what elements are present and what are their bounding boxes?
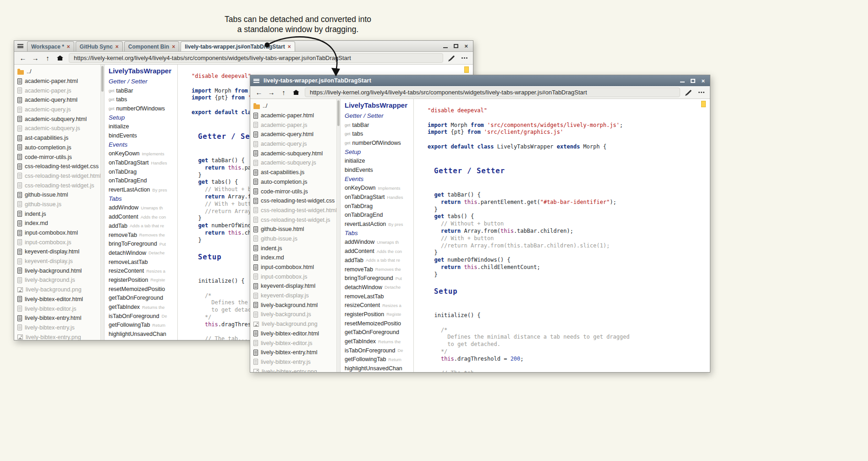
outline-method[interactable]: revertLastActionBy pres [109,185,177,194]
url-input[interactable]: https://lively-kernel.org/lively4/lively… [69,53,443,63]
more-button[interactable] [696,88,707,98]
outline-method[interactable]: isTabOnForegroundDe [345,346,413,355]
outline-method[interactable]: revertLastActionBy pres [345,220,413,229]
file-item[interactable]: ../ [17,67,100,77]
outline-method[interactable]: resetMemoizedPositio [345,319,413,328]
outline-method[interactable]: addContentAdds the con [109,212,177,221]
file-item[interactable]: github-issue.js [253,234,336,244]
outline-method[interactable]: detachWindowDetache [345,283,413,292]
forward-button[interactable]: → [30,53,41,63]
scrollbar-thumb[interactable] [101,66,104,92]
file-item[interactable]: ../ [253,101,336,111]
file-item[interactable]: lively-background.html [253,300,336,310]
file-item[interactable]: code-mirror-utils.js [253,187,336,196]
file-item[interactable]: lively-bibtex-entry.js [17,323,100,333]
file-item[interactable]: input-combobox.html [253,263,336,272]
file-item[interactable]: css-reloading-test-widget.html [253,206,336,215]
outline-method[interactable]: onTabDrag [345,202,413,211]
outline-method[interactable]: removeLastTab [345,292,413,301]
outline-method[interactable]: highlightUnsavedChan [345,364,413,372]
home-button[interactable] [291,88,302,98]
url-input[interactable]: https://lively-kernel.org/lively4/lively… [305,88,680,97]
file-item[interactable]: lively-bibtex-entry.html [253,348,336,357]
file-item[interactable]: indent.js [17,209,100,219]
close-button[interactable]: × [464,43,468,49]
outline-method[interactable]: gettabBar [109,86,177,95]
outline-method[interactable]: removeTabRemoves the [345,265,413,274]
file-item[interactable]: input-combobox.js [253,272,336,281]
file-item[interactable]: css-reloading-test-widget.js [253,215,336,225]
outline-method[interactable]: registerPositionRegiste [109,275,177,285]
file-item[interactable]: input-combobox.js [17,237,100,247]
outline-method[interactable]: getnumberOfWindows [109,104,177,113]
file-item[interactable]: auto-completion.js [17,143,100,153]
outline-method[interactable]: bringToForegroundPut [345,274,413,283]
tab-active[interactable]: lively-tabs-wrapper.js#onTabDragStart× [181,41,295,51]
outline-method[interactable]: getnumberOfWindows [345,138,413,148]
home-button[interactable] [55,53,66,63]
file-item[interactable]: lively-bibtex-entry.png [253,367,336,372]
outline-method[interactable]: removeTabRemoves the [109,230,177,240]
file-item[interactable]: index.md [17,219,100,228]
outline-method[interactable]: onTabDragEnd [109,176,177,186]
outline-method[interactable]: onKeyDownImplements [345,184,413,193]
file-item[interactable]: lively-bibtex-entry.html [17,313,100,323]
file-item[interactable]: lively-background.html [17,266,100,275]
menu-icon[interactable] [17,44,23,48]
file-item[interactable]: css-reloading-test-widget.css [17,162,100,171]
file-item[interactable]: keyevent-display.js [17,257,100,266]
file-item[interactable]: ast-capabilities.js [253,168,336,177]
outline-method[interactable]: bringToForegroundPut [109,239,177,248]
outline-method[interactable]: getFollowingTabReturn [345,355,413,364]
outline-class-title[interactable]: LivelyTabsWrapper [345,101,413,111]
forward-button[interactable]: → [266,88,277,98]
outline-method[interactable]: addWindowUnwraps th [109,203,177,213]
tab-close-icon[interactable]: × [67,44,70,50]
outline-method[interactable]: addContentAdds the con [345,247,413,256]
outline-method[interactable]: addWindowUnwraps th [345,238,413,247]
outline-method[interactable]: registerPositionRegiste [345,310,413,319]
outline-method[interactable]: getTabOnForeground [109,294,177,303]
outline-method[interactable]: getTabIndexReturns the [109,302,177,312]
minimize-button[interactable] [443,44,448,48]
titlebar[interactable]: lively-tabs-wrapper.js#onTabDragStart × [250,75,710,86]
outline-method[interactable]: getFollowingTabReturn [109,321,177,330]
file-item[interactable]: lively-bibtex-entry.js [253,357,336,367]
menu-icon[interactable] [253,79,259,83]
tab-close-icon[interactable]: × [115,44,119,50]
annotation-marker[interactable] [464,66,469,73]
file-item[interactable]: css-reloading-test-widget.js [17,181,100,190]
outline-method[interactable]: addTabAdds a tab that re [345,256,413,265]
file-item[interactable]: code-mirror-utils.js [17,152,100,162]
file-item[interactable]: academic-paper.html [17,77,100,86]
file-item[interactable]: academic-subquery.js [17,124,100,133]
tab-close-icon[interactable]: × [288,44,291,50]
outline-method[interactable]: resizeContentResizes a [345,301,413,310]
more-button[interactable] [459,53,470,63]
tab[interactable]: Workspace *× [27,41,74,51]
file-item[interactable]: academic-query.js [17,105,100,115]
file-item[interactable]: github-issue.js [17,200,100,209]
file-item[interactable]: academic-subquery.html [253,148,336,158]
outline-method[interactable]: onKeyDownImplements [109,149,177,159]
file-item[interactable]: academic-query.html [17,95,100,105]
file-item[interactable]: lively-bibtex-editor.js [17,304,100,313]
file-item[interactable]: lively-background.png [253,319,336,329]
file-item[interactable]: lively-bibtex-editor.html [17,295,100,304]
maximize-button[interactable] [454,44,458,48]
outline-method[interactable]: bindEvents [109,131,177,140]
outline-method[interactable]: isTabOnForegroundDe [109,312,177,321]
outline-method[interactable]: onTabDragEnd [345,211,413,220]
outline-method[interactable]: onTabDragStartHandles [109,158,177,167]
file-item[interactable]: keyevent-display.html [17,247,100,257]
back-button[interactable]: ← [17,53,28,63]
file-item[interactable]: lively-background.js [253,310,336,319]
file-item[interactable]: input-combobox.html [17,228,100,238]
tab-close-icon[interactable]: × [172,44,175,50]
tab[interactable]: GitHub Sync× [76,41,123,51]
code-editor[interactable]: "disable deepeval"import Morph from 'src… [414,99,710,372]
file-item[interactable]: auto-completion.js [253,177,336,187]
file-item[interactable]: index.md [253,253,336,263]
scrollbar-thumb[interactable] [337,100,340,126]
file-item[interactable]: academic-query.html [253,130,336,139]
